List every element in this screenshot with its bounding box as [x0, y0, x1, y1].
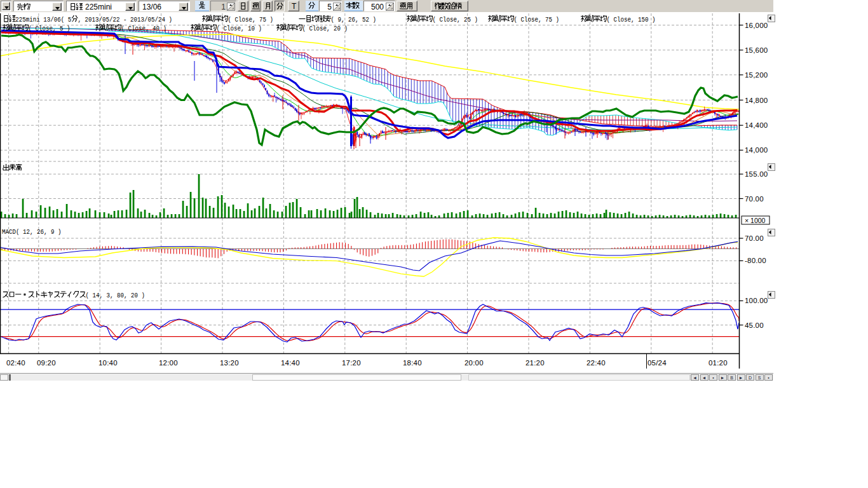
svg-text:100.00: 100.00: [745, 297, 768, 304]
svg-text:225mini 13/06( 5: 225mini 13/06( 5: [15, 16, 71, 24]
svg-text:02:40: 02:40: [6, 359, 25, 367]
svg-text:( Close, 25 ): ( Close, 25 ): [433, 16, 478, 24]
svg-text:( Close, 20 ): ( Close, 20 ): [302, 25, 348, 32]
svg-text:( Close, 40 ): ( Close, 40 ): [121, 25, 167, 32]
svg-text:45.00: 45.00: [745, 322, 764, 329]
svg-text:( Close, 75 ): ( Close, 75 ): [514, 16, 560, 24]
svg-text:70.00: 70.00: [745, 195, 764, 203]
svg-text:70.00: 70.00: [745, 234, 764, 242]
svg-text:15,200: 15,200: [745, 71, 768, 79]
svg-text:20:00: 20:00: [465, 359, 484, 367]
svg-text:01:20: 01:20: [709, 359, 728, 367]
svg-text:14,000: 14,000: [745, 146, 768, 154]
svg-text:09:20: 09:20: [37, 359, 56, 367]
svg-text:14:40: 14:40: [281, 359, 300, 367]
svg-text:17:20: 17:20: [342, 359, 361, 367]
svg-text:05/24: 05/24: [648, 359, 667, 367]
svg-text:MACD( 12, 26, 9 ): MACD( 12, 26, 9 ): [2, 228, 62, 236]
svg-text:13:20: 13:20: [220, 359, 239, 367]
svg-text:22:40: 22:40: [587, 359, 606, 367]
svg-text:( Close, 10 ): ( Close, 10 ): [217, 25, 262, 32]
svg-text:( Close, 75 ): ( Close, 75 ): [228, 16, 274, 24]
svg-text:12:00: 12:00: [159, 359, 178, 367]
svg-text:, 2013/05/22 - 2013/05/24 ): , 2013/05/22 - 2013/05/24 ): [78, 16, 172, 24]
svg-text:( 9, 26, 52 ): ( 9, 26, 52 ): [331, 16, 377, 24]
svg-text:15,600: 15,600: [745, 46, 768, 54]
svg-text:14,400: 14,400: [745, 121, 768, 129]
svg-text:18:40: 18:40: [403, 359, 422, 367]
svg-text:( 14, 3, 80, 20 ): ( 14, 3, 80, 20 ): [86, 292, 146, 299]
svg-text:21:20: 21:20: [526, 359, 545, 367]
svg-text:× 1000: × 1000: [745, 217, 766, 224]
svg-text:10:40: 10:40: [98, 359, 118, 367]
svg-text:155.00: 155.00: [745, 170, 768, 178]
svg-text:( Close, 5 ): ( Close, 5 ): [29, 25, 71, 32]
svg-text:-80.00: -80.00: [745, 257, 766, 264]
svg-text:16,000: 16,000: [745, 22, 768, 29]
svg-text:( Close, 150 ): ( Close, 150 ): [607, 16, 656, 24]
svg-text:14,800: 14,800: [745, 97, 768, 104]
